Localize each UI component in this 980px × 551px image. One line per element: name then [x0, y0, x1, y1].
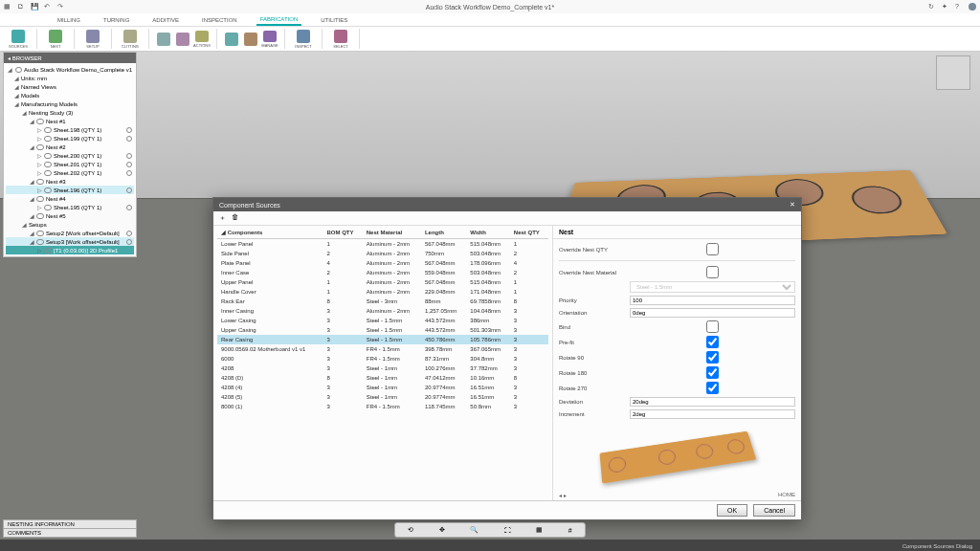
- tree-item[interactable]: ▷Sheet.200 (QTY 1): [6, 151, 134, 160]
- tree-item[interactable]: ▷[T1 (0.03.00)] 2D Profile1: [6, 246, 134, 254]
- tree-item[interactable]: ◢Nest #5: [6, 211, 134, 220]
- table-row[interactable]: Plate Panel4Aluminum - 2mm567.048mm178.0…: [217, 258, 548, 268]
- material-select[interactable]: Steel - 1.5mm: [630, 281, 795, 293]
- tab-inspection[interactable]: INSPECTION: [198, 15, 241, 25]
- view-cube[interactable]: [936, 55, 970, 90]
- tree-item[interactable]: ◢Nest #3: [6, 177, 134, 186]
- orbit-icon[interactable]: ⟲: [408, 526, 413, 534]
- ok-button[interactable]: OK: [717, 504, 747, 517]
- tab-utilities[interactable]: UTILITIES: [317, 15, 351, 25]
- help-icon[interactable]: ?: [955, 3, 963, 11]
- nest-button[interactable]: NEST: [43, 29, 68, 50]
- table-row[interactable]: Lower Casing3Steel - 1.5mm443.572mm386mm…: [217, 316, 548, 325]
- column-header[interactable]: Width: [466, 226, 509, 239]
- tab-comments[interactable]: COMMENTS: [3, 528, 137, 538]
- user-avatar[interactable]: [969, 3, 976, 11]
- table-row[interactable]: Inner Casing3Aluminum - 2mm1,257.05mm104…: [217, 306, 548, 316]
- display-icon[interactable]: ▦: [536, 526, 543, 534]
- save-icon[interactable]: 💾: [31, 3, 38, 11]
- add-source-icon[interactable]: ＋: [219, 213, 226, 223]
- column-header[interactable]: Length: [421, 226, 466, 239]
- inspect-button[interactable]: INSPECT: [291, 29, 316, 50]
- table-row[interactable]: 42083Steel - 1mm100.276mm37.782mm3: [217, 364, 548, 373]
- table-row[interactable]: 4208 (D)8Steel - 1mm47.0412mm10.16mm8: [217, 373, 548, 383]
- table-row[interactable]: Upper Panel1Aluminum - 2mm567.048mm515.0…: [217, 277, 548, 287]
- tree-item[interactable]: ▷Sheet.198 (QTY 1): [6, 125, 134, 134]
- tab-milling[interactable]: MILLING: [54, 15, 84, 25]
- tab-fabrication[interactable]: FABRICATION: [256, 14, 302, 26]
- redo-icon[interactable]: ↷: [57, 3, 65, 11]
- tab-turning[interactable]: TURNING: [100, 15, 133, 25]
- extensions-icon[interactable]: ✦: [942, 3, 949, 11]
- tree-item[interactable]: ◢Named Views: [6, 82, 134, 91]
- table-row[interactable]: Handle Cover1Aluminum - 2mm229.048mm171.…: [217, 287, 548, 297]
- tree-item[interactable]: ◢Models: [6, 91, 134, 99]
- table-row[interactable]: 4208 (4)3Steel - 1mm20.9774mm16.51mm3: [217, 383, 548, 392]
- actions-button[interactable]: [155, 31, 172, 48]
- column-header[interactable]: BOM QTY: [323, 226, 363, 239]
- tree-item[interactable]: ◢Units: mm: [6, 74, 134, 82]
- table-row[interactable]: Inner Case2Aluminum - 2mm559.048mm503.04…: [217, 268, 548, 277]
- rotate270-checkbox[interactable]: [630, 382, 795, 394]
- rotate180-checkbox[interactable]: [630, 366, 795, 379]
- tree-item[interactable]: ◢Nest #1: [6, 117, 134, 125]
- manage-button-2[interactable]: [242, 31, 259, 48]
- browser-header[interactable]: ◂ BROWSER: [4, 53, 136, 63]
- tree-item[interactable]: ◢Nesting Study (3): [6, 108, 134, 117]
- tree-item[interactable]: ▷Sheet.202 (QTY 1): [6, 168, 134, 177]
- tree-item[interactable]: ◢Nest #4: [6, 194, 134, 203]
- increment-input[interactable]: [630, 409, 795, 419]
- tree-item[interactable]: ◢Setup2 [Work offset=Default]: [6, 229, 134, 237]
- manage-button[interactable]: [223, 31, 240, 48]
- prefit-checkbox[interactable]: [630, 336, 795, 348]
- tree-root[interactable]: ◢Audio Stack Workflow Demo_Complete v1: [6, 65, 134, 74]
- tree-item[interactable]: ▷Sheet.196 (QTY 1): [6, 186, 134, 194]
- override-mat-checkbox[interactable]: [630, 266, 795, 278]
- file-icon[interactable]: 🗋: [17, 3, 25, 11]
- sources-button[interactable]: SOURCES: [6, 29, 31, 50]
- tree-item[interactable]: ◢Setups: [6, 220, 134, 229]
- table-row[interactable]: 8000 (1)3FR4 - 1.5mm118.745mm50.8mm3: [217, 402, 548, 411]
- prev-icon[interactable]: ◂: [559, 493, 562, 498]
- grid-icon[interactable]: #: [568, 527, 572, 534]
- priority-input[interactable]: [630, 296, 795, 305]
- table-row[interactable]: Lower Panel1Aluminum - 2mm567.048mm515.0…: [217, 239, 548, 250]
- table-row[interactable]: 4208 (5)3Steel - 1mm20.9774mm16.51mm3: [217, 392, 548, 402]
- updates-icon[interactable]: ↻: [928, 3, 936, 11]
- undo-icon[interactable]: ↶: [44, 3, 52, 11]
- tree-item[interactable]: ◢Manufacturing Models: [6, 99, 134, 108]
- tree-item[interactable]: ◢Nest #2: [6, 143, 134, 151]
- home-link[interactable]: HOME: [778, 492, 795, 498]
- deviation-input[interactable]: [630, 397, 795, 407]
- remove-source-icon[interactable]: 🗑: [232, 213, 238, 223]
- component-preview[interactable]: [553, 423, 801, 490]
- select-button[interactable]: SELECT: [328, 29, 353, 50]
- override-qty-checkbox[interactable]: [630, 243, 795, 255]
- fit-icon[interactable]: ⛶: [504, 527, 511, 534]
- table-row[interactable]: 9000.0569.02 Motherboard v1 v13FR4 - 1.5…: [217, 344, 548, 354]
- table-row[interactable]: Rear Casing3Steel - 1.5mm450.786mm105.78…: [217, 335, 548, 344]
- close-icon[interactable]: ✕: [790, 201, 795, 209]
- manage-button-3[interactable]: MANAGE: [261, 31, 278, 48]
- next-icon[interactable]: ▸: [564, 493, 567, 498]
- actions-button-3[interactable]: ACTIONS: [193, 31, 211, 48]
- dialog-titlebar[interactable]: Component Sources ✕: [213, 198, 801, 211]
- zoom-icon[interactable]: 🔍: [470, 526, 479, 534]
- tab-additive[interactable]: ADDITIVE: [148, 15, 183, 25]
- cutting-button[interactable]: CUTTING: [118, 29, 143, 50]
- tree-item[interactable]: ◢Setup3 [Work offset=Default]: [6, 237, 134, 246]
- orientation-input[interactable]: [630, 308, 795, 318]
- actions-button-2[interactable]: [174, 31, 191, 48]
- table-row[interactable]: Upper Casing3Steel - 1.5mm443.572mm501.3…: [217, 325, 548, 335]
- app-menu-icon[interactable]: ▦: [4, 3, 11, 11]
- setup-button[interactable]: SETUP: [80, 29, 105, 50]
- rotate90-checkbox[interactable]: [630, 351, 795, 364]
- table-row[interactable]: Side Panel2Aluminum - 2mm750mm503.048mm2: [217, 249, 548, 258]
- tree-item[interactable]: ▷Sheet.195 (QTY 1): [6, 203, 134, 211]
- column-header[interactable]: Nest QTY: [510, 226, 548, 239]
- bind-checkbox[interactable]: [630, 320, 795, 333]
- tree-item[interactable]: ▷Sheet.199 (QTY 1): [6, 134, 134, 143]
- tree-item[interactable]: ▷Sheet.201 (QTY 1): [6, 160, 134, 168]
- column-header[interactable]: ◢ Components: [217, 226, 323, 239]
- table-row[interactable]: Rack Ear8Steel - 3mm88mm69.7858mm8: [217, 297, 548, 306]
